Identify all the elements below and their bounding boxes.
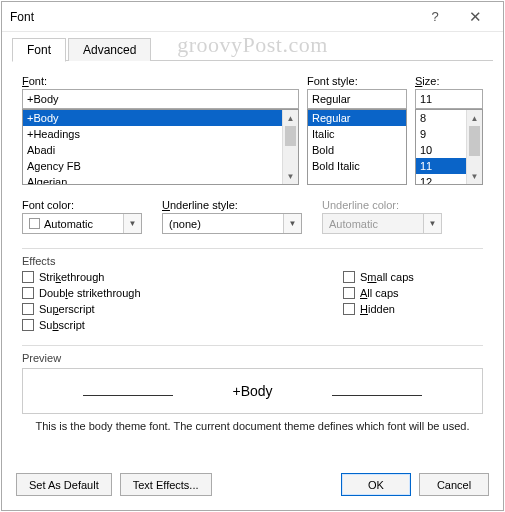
scroll-up-icon[interactable]: ▲ [467, 110, 482, 126]
scroll-up-icon[interactable]: ▲ [283, 110, 298, 126]
chevron-down-icon[interactable]: ▼ [283, 214, 301, 233]
list-item[interactable]: Regular [308, 110, 406, 126]
button-bar: Set As Default Text Effects... OK Cancel [2, 463, 503, 510]
list-item[interactable]: Abadi [23, 142, 298, 158]
superscript-checkbox[interactable]: Superscript [22, 303, 343, 315]
preview-box: +Body [22, 368, 483, 414]
tab-font[interactable]: Font [12, 38, 66, 62]
tab-advanced[interactable]: Advanced [68, 38, 151, 61]
effects-group: Effects Strikethrough Double strikethrou… [22, 248, 483, 331]
chevron-down-icon: ▼ [423, 214, 441, 233]
cancel-button[interactable]: Cancel [419, 473, 489, 496]
strikethrough-checkbox[interactable]: Strikethrough [22, 271, 343, 283]
list-item[interactable]: Algerian [23, 174, 298, 185]
list-item[interactable]: Agency FB [23, 158, 298, 174]
effects-label: Effects [22, 255, 61, 267]
list-item[interactable]: Bold Italic [308, 158, 406, 174]
fontstyle-input[interactable] [307, 89, 407, 109]
tab-strip: Font Advanced [2, 32, 503, 61]
underlinestyle-label: Underline style: [162, 199, 302, 211]
text-effects-button[interactable]: Text Effects... [120, 473, 212, 496]
scroll-thumb[interactable] [285, 126, 296, 146]
hidden-checkbox[interactable]: Hidden [343, 303, 483, 315]
underlinecolor-combo: Automatic ▼ [322, 213, 442, 234]
window-title: Font [10, 10, 415, 24]
preview-description: This is the body theme font. The current… [22, 420, 483, 432]
preview-label: Preview [22, 352, 67, 364]
double-strikethrough-checkbox[interactable]: Double strikethrough [22, 287, 343, 299]
list-item[interactable]: Italic [308, 126, 406, 142]
list-item[interactable]: Bold [308, 142, 406, 158]
list-item[interactable]: +Headings [23, 126, 298, 142]
color-swatch [29, 218, 40, 229]
ok-button[interactable]: OK [341, 473, 411, 496]
fontstyle-label: Font style: [307, 75, 407, 87]
scrollbar[interactable]: ▲ ▼ [466, 110, 482, 184]
fontcolor-combo[interactable]: Automatic ▼ [22, 213, 142, 234]
set-default-button[interactable]: Set As Default [16, 473, 112, 496]
preview-text: +Body [232, 383, 272, 399]
font-input[interactable] [22, 89, 299, 109]
underlinecolor-label: Underline color: [322, 199, 442, 211]
size-label: Size: [415, 75, 483, 87]
small-caps-checkbox[interactable]: Small caps [343, 271, 483, 283]
fontstyle-listbox[interactable]: Regular Italic Bold Bold Italic [307, 109, 407, 185]
scroll-down-icon[interactable]: ▼ [467, 168, 482, 184]
fontcolor-label: Font color: [22, 199, 142, 211]
size-input[interactable] [415, 89, 483, 109]
underlinestyle-combo[interactable]: (none) ▼ [162, 213, 302, 234]
close-button[interactable]: ✕ [455, 3, 495, 31]
preview-group: Preview +Body This is the body theme fon… [22, 345, 483, 432]
scroll-thumb[interactable] [469, 126, 480, 156]
scrollbar[interactable]: ▲ ▼ [282, 110, 298, 184]
font-listbox[interactable]: +Body +Headings Abadi Agency FB Algerian… [22, 109, 299, 185]
all-caps-checkbox[interactable]: All caps [343, 287, 483, 299]
font-dialog: Font ? ✕ groovyPost.com Font Advanced Fo… [1, 1, 504, 511]
titlebar: Font ? ✕ [2, 2, 503, 32]
subscript-checkbox[interactable]: Subscript [22, 319, 343, 331]
list-item[interactable]: +Body [23, 110, 298, 126]
font-label: Font: [22, 75, 299, 87]
size-listbox[interactable]: 8 9 10 11 12 ▲ ▼ [415, 109, 483, 185]
tab-content: Font: +Body +Headings Abadi Agency FB Al… [2, 61, 503, 463]
scroll-down-icon[interactable]: ▼ [283, 168, 298, 184]
help-button[interactable]: ? [415, 3, 455, 31]
chevron-down-icon[interactable]: ▼ [123, 214, 141, 233]
